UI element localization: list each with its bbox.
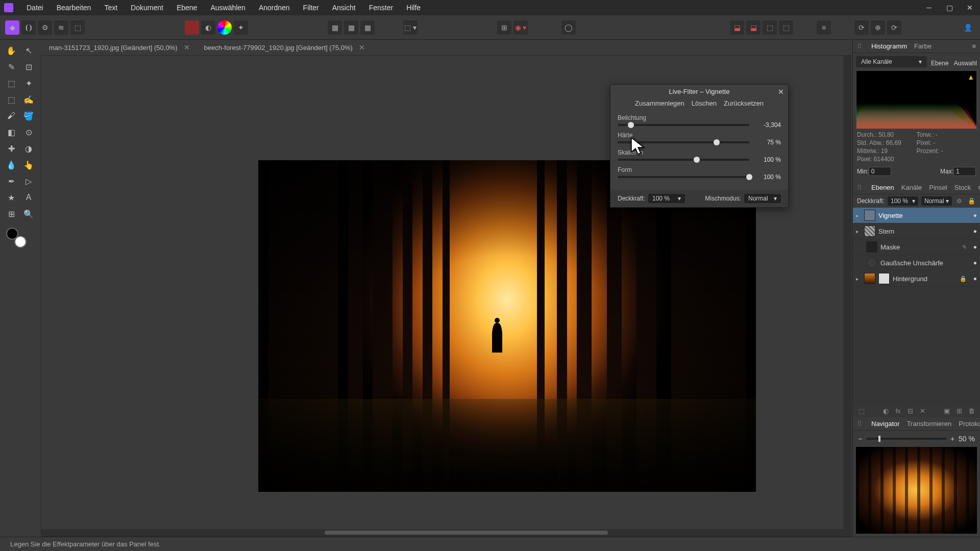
layer-blend-dropdown[interactable]: Normal▾ bbox=[921, 196, 952, 206]
selection-brush-icon[interactable]: ⬚ bbox=[4, 76, 19, 91]
text-icon[interactable]: A bbox=[21, 190, 36, 205]
quickmask-icon[interactable]: ◯ bbox=[561, 20, 576, 35]
visibility-icon[interactable]: ● bbox=[973, 259, 977, 266]
edit-icon[interactable]: ✎ bbox=[962, 244, 967, 251]
shape-icon[interactable]: ★ bbox=[4, 190, 19, 205]
chevron-icon[interactable]: ▸ bbox=[856, 229, 861, 234]
group-icon[interactable]: ▣ bbox=[942, 406, 951, 415]
tab-kanaele[interactable]: Kanäle bbox=[901, 184, 922, 191]
window-close-icon[interactable]: ✕ bbox=[960, 0, 980, 15]
account-icon[interactable]: 👤 bbox=[961, 20, 975, 35]
window-minimize-icon[interactable]: ─ bbox=[919, 0, 939, 15]
blur-icon[interactable]: 💧 bbox=[4, 157, 19, 172]
horizontal-scrollbar[interactable] bbox=[41, 529, 851, 536]
menu-text[interactable]: Text bbox=[98, 2, 124, 14]
arrange-icon[interactable]: ⊞ bbox=[497, 20, 511, 35]
move-front-icon[interactable]: ⬓ bbox=[730, 20, 744, 35]
freehand-icon[interactable]: ✍ bbox=[21, 92, 36, 107]
align-right-icon[interactable]: ▦ bbox=[360, 20, 375, 35]
mesh-icon[interactable]: ⊞ bbox=[4, 206, 19, 221]
lock-icon[interactable]: 🔒 bbox=[960, 276, 967, 282]
menu-filter[interactable]: Filter bbox=[297, 2, 325, 14]
menu-anordnen[interactable]: Anordnen bbox=[253, 2, 296, 14]
layer-gear-icon[interactable]: ⚙ bbox=[955, 196, 964, 206]
channel-dropdown[interactable]: Alle Kanäle▾ bbox=[856, 56, 927, 67]
slider-haerte[interactable] bbox=[618, 141, 749, 143]
eraser-icon[interactable]: ◧ bbox=[4, 124, 19, 140]
persona-export-icon[interactable]: ⬚ bbox=[70, 20, 85, 35]
snap-dropdown[interactable]: ⬚ ▾ bbox=[403, 20, 418, 35]
fx-icon[interactable]: fx bbox=[894, 406, 903, 415]
zoom-out-icon[interactable]: − bbox=[858, 435, 862, 443]
histo-auswahl-tab[interactable]: Auswahl bbox=[954, 60, 977, 67]
min-input[interactable] bbox=[869, 167, 891, 176]
menu-ansicht[interactable]: Ansicht bbox=[326, 2, 362, 14]
persona-develop-icon[interactable]: ⚙ bbox=[38, 20, 52, 35]
layer-row-gauss[interactable]: Gaußsche Unschärfe ● bbox=[853, 255, 980, 271]
align-center-icon[interactable]: ▦ bbox=[344, 20, 358, 35]
clone-icon[interactable]: ⊙ bbox=[21, 124, 36, 140]
panel-menu-icon[interactable]: ≡ bbox=[972, 42, 976, 50]
tab-transformieren[interactable]: Transformieren bbox=[907, 420, 952, 428]
tab-histogramm[interactable]: Histogramm bbox=[871, 42, 907, 50]
hand-tool-icon[interactable]: ✋ bbox=[4, 43, 19, 58]
layer-row-stern[interactable]: ▸ Stern ● bbox=[853, 223, 980, 239]
histo-ebene-tab[interactable]: Ebene bbox=[931, 60, 949, 67]
tab-farbe[interactable]: Farbe bbox=[914, 42, 932, 50]
zoom-in-icon[interactable]: + bbox=[950, 435, 954, 443]
autocolor-icon[interactable] bbox=[217, 20, 232, 35]
panel-grip-icon[interactable]: ⠿ bbox=[857, 420, 862, 428]
navigator-preview[interactable] bbox=[856, 447, 977, 534]
align-left-icon[interactable]: ▦ bbox=[328, 20, 342, 35]
foreground-color-swatch[interactable] bbox=[14, 236, 27, 248]
order-icon[interactable]: ≡ bbox=[817, 20, 831, 35]
persona-tone-icon[interactable]: ≋ bbox=[54, 20, 68, 35]
visibility-icon[interactable]: ● bbox=[973, 212, 977, 219]
close-icon[interactable]: ✕ bbox=[778, 88, 784, 96]
link-icon[interactable]: ⟳ bbox=[887, 20, 901, 35]
menu-ebene[interactable]: Ebene bbox=[170, 2, 203, 14]
target-icon[interactable]: ◉ ▾ bbox=[513, 20, 528, 35]
tab-navigator[interactable]: Navigator bbox=[871, 420, 900, 428]
persona-liquify-icon[interactable]: ⦗⦘ bbox=[21, 20, 36, 35]
max-input[interactable] bbox=[953, 167, 976, 176]
panel-grip-icon[interactable]: ⠿ bbox=[857, 42, 862, 50]
move-back-icon[interactable]: ⬓ bbox=[746, 20, 761, 35]
document-tab-1[interactable]: man-3151723_1920.jpg [Geändert] (50,0%) … bbox=[42, 41, 197, 54]
pen-icon[interactable]: ✒ bbox=[4, 173, 19, 189]
smudge-icon[interactable]: 👆 bbox=[21, 157, 36, 172]
merge-icon[interactable]: ⊟ bbox=[906, 406, 915, 415]
slider-belichtung[interactable] bbox=[618, 124, 749, 126]
ungroup-icon[interactable]: ⬚ bbox=[779, 20, 793, 35]
visibility-icon[interactable]: ● bbox=[973, 243, 977, 251]
tab-ebenen[interactable]: Ebenen bbox=[871, 184, 894, 191]
visibility-icon[interactable]: ● bbox=[973, 275, 977, 282]
autolevel-icon[interactable]: ◐ bbox=[201, 20, 215, 35]
dialog-titlebar[interactable]: Live-Filter – Vignette ✕ bbox=[610, 85, 788, 98]
healing-icon[interactable]: ✚ bbox=[4, 141, 19, 156]
menu-hilfe[interactable]: Hilfe bbox=[400, 2, 427, 14]
slider-form[interactable] bbox=[618, 176, 749, 178]
menu-fenster[interactable]: Fenster bbox=[363, 2, 399, 14]
dialog-blend-dropdown[interactable]: Normal▾ bbox=[744, 194, 781, 203]
flood-select-icon[interactable]: ✦ bbox=[21, 76, 36, 91]
adj-icon[interactable]: ◐ bbox=[881, 406, 891, 415]
crop-tool-icon[interactable]: ⊡ bbox=[21, 59, 36, 74]
tab-protokoll[interactable]: Protokoll bbox=[959, 420, 980, 428]
merge-button[interactable]: Zusammenlegen bbox=[635, 99, 684, 107]
sync-icon[interactable]: ⟳ bbox=[854, 20, 869, 35]
addlayer-icon[interactable]: ⊞ bbox=[954, 406, 964, 415]
fill-icon[interactable]: 🪣 bbox=[21, 108, 36, 123]
node-icon[interactable]: ▷ bbox=[21, 173, 36, 189]
close-icon[interactable]: ✕ bbox=[184, 43, 190, 52]
group-icon[interactable]: ⬚ bbox=[763, 20, 777, 35]
deletelayer-icon[interactable]: 🗑 bbox=[967, 406, 976, 415]
brush-icon[interactable]: 🖌 bbox=[4, 108, 19, 123]
close-icon[interactable]: ✕ bbox=[359, 43, 365, 52]
dodge-icon[interactable]: ◑ bbox=[21, 141, 36, 156]
move-tool-icon[interactable]: ↖ bbox=[21, 43, 36, 58]
menu-bearbeiten[interactable]: Bearbeiten bbox=[51, 2, 97, 14]
persona-photo-icon[interactable]: ◆ bbox=[5, 20, 19, 35]
autowb-icon[interactable]: ✦ bbox=[234, 20, 248, 35]
chevron-icon[interactable]: ▸ bbox=[856, 213, 861, 218]
